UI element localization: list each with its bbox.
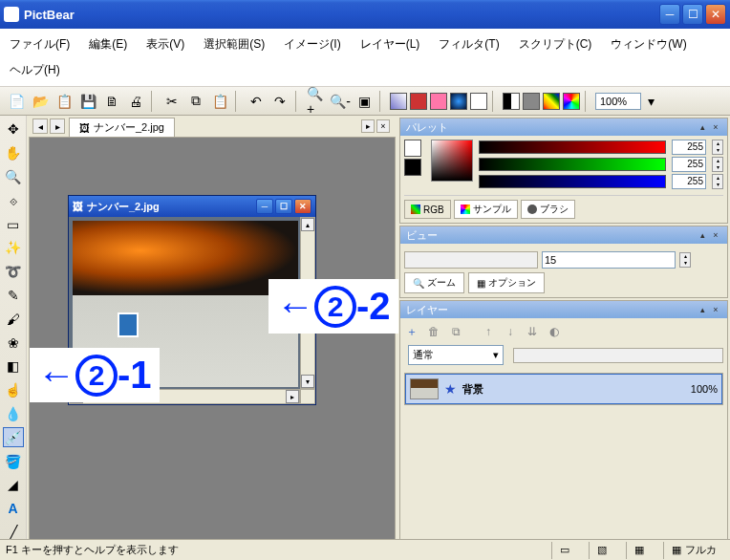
menu-filter[interactable]: フィルタ(T)	[435, 32, 503, 56]
layer-opacity-icon[interactable]: ◐	[545, 322, 564, 341]
option-tab-button[interactable]: ▦オプション	[468, 272, 545, 293]
zoom-in-icon[interactable]: 🔍+	[306, 91, 327, 112]
menu-window[interactable]: ウィンドウ(W)	[607, 32, 690, 56]
scroll-up-icon[interactable]: ▴	[301, 218, 314, 231]
redo-icon[interactable]: ↷	[269, 91, 290, 112]
color-field[interactable]	[431, 140, 473, 182]
layer-down-icon[interactable]: ↓	[501, 322, 520, 341]
hue-swatch-icon[interactable]	[563, 93, 580, 110]
document-tab[interactable]: 🖼 ナンバー_2.jpg	[69, 118, 175, 137]
red-value[interactable]: 255	[672, 140, 706, 155]
blue-value[interactable]: 255	[672, 174, 706, 189]
scroll-down-icon[interactable]: ▾	[301, 375, 314, 388]
brush-tool-icon[interactable]: 🖌	[3, 309, 24, 329]
tab-next-icon[interactable]: ▸	[50, 118, 65, 134]
view-spinner[interactable]: ▴▾	[679, 252, 691, 268]
cut-icon[interactable]: ✂	[161, 91, 182, 112]
lasso-tool-icon[interactable]: ➰	[3, 262, 24, 282]
open-icon[interactable]: 📂	[30, 91, 51, 112]
red-swatch-icon[interactable]	[410, 93, 427, 110]
bg-color-swatch[interactable]	[404, 159, 421, 176]
gray-swatch-icon[interactable]	[523, 93, 540, 110]
palette-tab-rgb[interactable]: RGB	[404, 200, 451, 219]
eyedropper-tool-icon[interactable]: 💉	[3, 427, 24, 447]
gradient-tool-icon[interactable]: ◢	[3, 475, 24, 495]
new-icon[interactable]: 📄	[6, 91, 27, 112]
white-swatch-icon[interactable]	[470, 93, 487, 110]
zoom-fit-icon[interactable]: ▣	[354, 91, 375, 112]
opacity-slider[interactable]	[513, 348, 723, 363]
view-value-input[interactable]	[542, 251, 676, 269]
child-close-button[interactable]: ✕	[294, 199, 311, 214]
clone-tool-icon[interactable]: ❀	[3, 333, 24, 353]
blur-tool-icon[interactable]: 💧	[3, 404, 24, 424]
close-button[interactable]: ✕	[705, 4, 726, 25]
green-spinner[interactable]: ▴▾	[712, 157, 723, 172]
hand-tool-icon[interactable]: ✋	[3, 143, 24, 163]
layer-row[interactable]: ★ 背景 100%	[405, 374, 722, 404]
undo-icon[interactable]: ↶	[246, 91, 267, 112]
blue-spinner[interactable]: ▴▾	[712, 174, 723, 189]
menu-file[interactable]: ファイル(F)	[6, 32, 74, 56]
crop-tool-icon[interactable]: ⟐	[3, 190, 24, 210]
menu-script[interactable]: スクリプト(C)	[515, 32, 596, 56]
rainbow-swatch-icon[interactable]	[543, 93, 560, 110]
red-slider[interactable]	[479, 140, 666, 154]
eraser-tool-icon[interactable]: ◧	[3, 356, 24, 377]
menu-select[interactable]: 選択範囲(S)	[200, 32, 268, 56]
bucket-tool-icon[interactable]: 🪣	[3, 451, 24, 471]
zoom-tab-button[interactable]: 🔍ズーム	[404, 272, 464, 293]
move-tool-icon[interactable]: ✥	[3, 119, 24, 140]
panel-close-icon[interactable]: ×	[710, 121, 721, 133]
menu-help[interactable]: ヘルプ(H)	[6, 58, 64, 82]
paste-new-icon[interactable]: 📋	[54, 91, 75, 112]
zoom-input[interactable]	[595, 93, 641, 110]
tab-close-icon[interactable]: ×	[376, 119, 390, 133]
text-tool-icon[interactable]: A	[3, 499, 24, 519]
child-minimize-button[interactable]: ─	[256, 199, 273, 214]
green-slider[interactable]	[479, 158, 666, 171]
palette-header[interactable]: パレット ▴ ×	[400, 118, 727, 136]
view-slider[interactable]	[404, 251, 538, 269]
fg-color-swatch[interactable]	[404, 140, 421, 157]
child-maximize-button[interactable]: ☐	[275, 199, 292, 214]
rect-select-tool-icon[interactable]: ▭	[3, 214, 24, 234]
zoom-tool-icon[interactable]: 🔍	[3, 167, 24, 187]
canvas-workspace[interactable]: 🖼 ナンバー_2.jpg ─ ☐ ✕ ▴ ▾ ◂ ▸	[29, 137, 396, 560]
panel-close-icon[interactable]: ×	[710, 229, 721, 241]
tab-list-icon[interactable]: ▸	[361, 119, 375, 133]
image-window-titlebar[interactable]: 🖼 ナンバー_2.jpg ─ ☐ ✕	[69, 196, 315, 217]
layer-merge-icon[interactable]: ⇊	[523, 322, 542, 341]
copy-icon[interactable]: ⧉	[185, 91, 206, 112]
print-icon[interactable]: 🖨	[125, 91, 146, 112]
pencil-tool-icon[interactable]: ✎	[3, 286, 24, 306]
menu-view[interactable]: 表示(V)	[142, 32, 188, 56]
minimize-button[interactable]: ─	[659, 4, 680, 25]
blend-mode-select[interactable]: 通常▾	[408, 345, 504, 365]
pink-swatch-icon[interactable]	[430, 93, 447, 110]
save-icon[interactable]: 💾	[77, 91, 98, 112]
panel-collapse-icon[interactable]: ▴	[697, 304, 708, 315]
scroll-right-icon[interactable]: ▸	[286, 390, 299, 403]
layer-header[interactable]: レイヤー ▴ ×	[400, 301, 727, 318]
menu-layer[interactable]: レイヤー(L)	[356, 32, 424, 56]
palette-tab-brush[interactable]: ブラシ	[521, 200, 575, 219]
tab-prev-icon[interactable]: ◂	[32, 118, 48, 134]
panel-collapse-icon[interactable]: ▴	[697, 229, 708, 241]
blue-slider[interactable]	[479, 175, 666, 188]
bw-swatch-icon[interactable]	[503, 93, 520, 110]
menu-edit[interactable]: 編集(E)	[85, 32, 131, 56]
panel-close-icon[interactable]: ×	[710, 304, 721, 315]
save-copy-icon[interactable]: 🗎	[101, 91, 122, 112]
paste-icon[interactable]: 📋	[209, 91, 230, 112]
maximize-button[interactable]: ☐	[682, 4, 703, 25]
duplicate-layer-icon[interactable]: ⧉	[446, 322, 465, 341]
green-value[interactable]: 255	[672, 157, 706, 172]
gradient-swatch-icon[interactable]	[390, 93, 407, 110]
layer-up-icon[interactable]: ↑	[479, 322, 498, 341]
panel-collapse-icon[interactable]: ▴	[697, 121, 708, 133]
zoom-dropdown-icon[interactable]: ▾	[644, 91, 657, 112]
smudge-tool-icon[interactable]: ☝	[3, 380, 24, 400]
delete-layer-icon[interactable]: 🗑	[424, 322, 443, 341]
new-layer-icon[interactable]: ＋	[402, 322, 421, 341]
